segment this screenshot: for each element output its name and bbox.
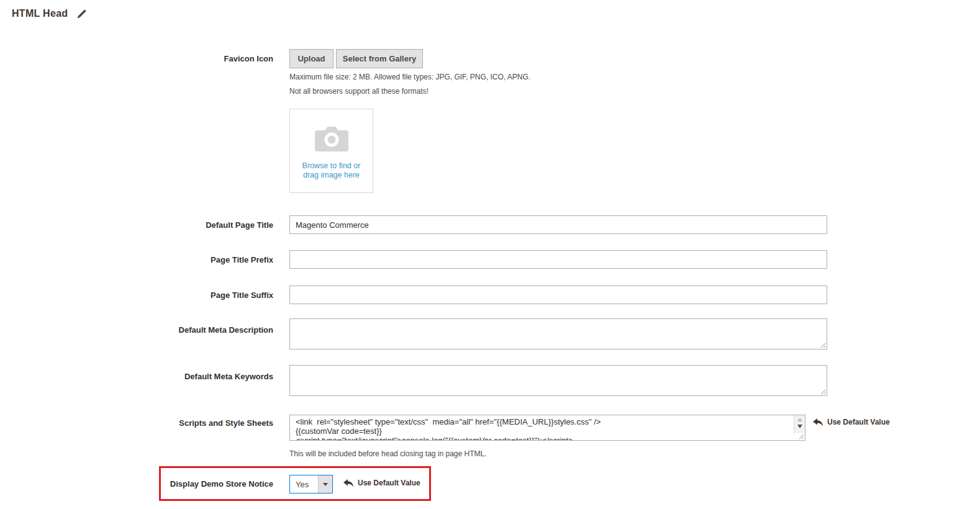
favicon-filesize-note: Maximum file size: 2 MB. Allowed file ty… [289, 73, 530, 81]
scripts-stylesheets-wrap: <link rel="stylesheet" type="text/css" m… [289, 415, 805, 441]
favicon-icon-label: Favicon Icon [0, 54, 273, 63]
default-meta-description-textarea[interactable] [289, 318, 827, 349]
default-page-title-input[interactable] [289, 215, 827, 234]
edit-pencil-icon[interactable] [77, 9, 86, 19]
scripts-stylesheets-label: Scripts and Style Sheets [0, 418, 273, 428]
page-title-suffix-label: Page Title Suffix [0, 291, 273, 300]
demo-notice-use-default-link[interactable]: Use Default Value [343, 479, 420, 487]
chevron-down-icon [323, 483, 328, 486]
browse-link-line2[interactable]: drag image here [290, 171, 373, 180]
default-meta-keywords-textarea[interactable] [289, 365, 827, 396]
demo-store-notice-select[interactable]: Yes [289, 475, 333, 493]
page-title-prefix-label: Page Title Prefix [0, 255, 273, 264]
scripts-use-default-link[interactable]: Use Default Value [813, 418, 890, 426]
default-meta-keywords-wrap [289, 365, 827, 396]
scroll-up-icon[interactable] [797, 418, 802, 421]
textarea-scrollbar[interactable] [794, 415, 805, 433]
default-meta-description-wrap [289, 318, 827, 349]
favicon-dropzone[interactable]: Browse to find or drag image here [289, 109, 373, 193]
default-meta-keywords-label: Default Meta Keywords [0, 372, 273, 381]
demo-notice-use-default-label: Use Default Value [358, 479, 420, 487]
favicon-browser-note: Not all browsers support all these forma… [289, 87, 429, 96]
default-meta-description-label: Default Meta Description [0, 325, 273, 335]
default-page-title-label: Default Page Title [0, 220, 273, 230]
select-arrow-button[interactable] [318, 475, 332, 493]
scripts-stylesheets-note: This will be included before head closin… [289, 449, 487, 458]
html-head-settings-page: HTML Head Favicon Icon Upload Select fro… [0, 0, 980, 509]
page-title-text: HTML Head [12, 8, 68, 19]
page-title-suffix-input[interactable] [289, 286, 827, 304]
select-from-gallery-button[interactable]: Select from Gallery [336, 49, 423, 68]
browse-link-line1[interactable]: Browse to find or [290, 161, 373, 171]
demo-store-notice-selected-value: Yes [290, 475, 318, 493]
undo-icon [813, 418, 823, 426]
page-title-prefix-input[interactable] [289, 250, 827, 269]
display-demo-store-notice-label: Display Demo Store Notice [0, 479, 273, 489]
camera-icon [315, 125, 348, 151]
scripts-use-default-label: Use Default Value [827, 418, 890, 426]
upload-button[interactable]: Upload [289, 49, 333, 68]
scroll-down-icon[interactable] [797, 425, 802, 428]
undo-icon [343, 479, 353, 487]
page-title: HTML Head [12, 8, 86, 19]
scripts-stylesheets-textarea[interactable]: <link rel="stylesheet" type="text/css" m… [289, 415, 805, 441]
